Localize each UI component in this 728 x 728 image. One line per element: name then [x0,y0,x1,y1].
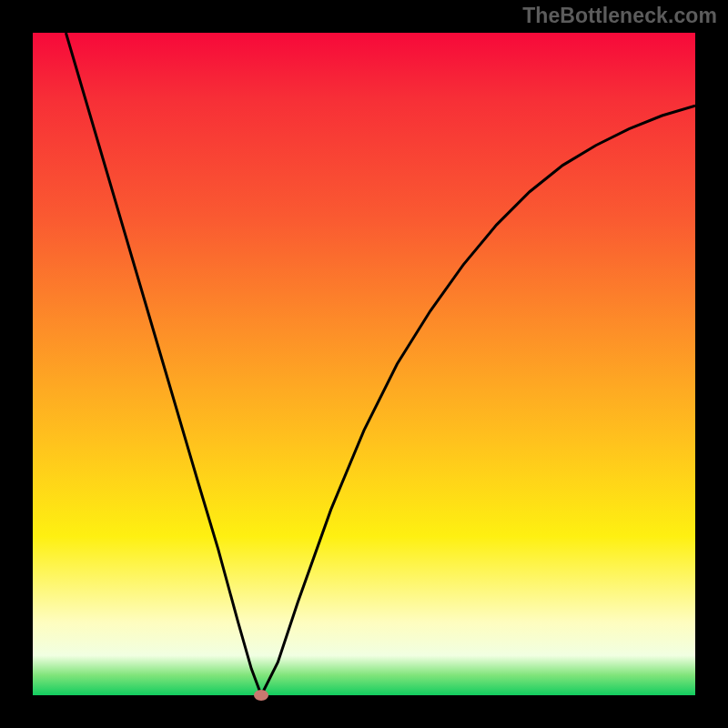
optimum-marker [254,690,268,701]
plot-area [33,33,695,695]
watermark-label: TheBottleneck.com [522,4,717,28]
chart-frame: TheBottleneck.com [0,0,728,728]
curve-path [66,33,695,695]
bottleneck-curve [33,33,695,695]
